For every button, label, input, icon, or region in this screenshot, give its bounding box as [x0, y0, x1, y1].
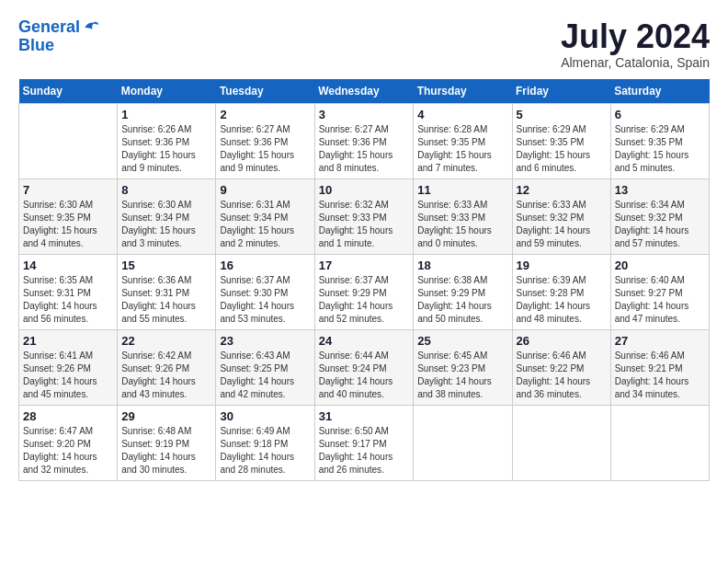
- calendar-day-cell: 12Sunrise: 6:33 AM Sunset: 9:32 PM Dayli…: [512, 178, 610, 254]
- calendar-day-cell: 13Sunrise: 6:34 AM Sunset: 9:32 PM Dayli…: [610, 178, 709, 254]
- day-number: 21: [23, 334, 113, 348]
- day-number: 19: [517, 259, 607, 272]
- logo: General Blue: [18, 18, 100, 55]
- day-info: Sunrise: 6:33 AM Sunset: 9:33 PM Dayligh…: [417, 199, 507, 250]
- day-of-week-header: Saturday: [610, 79, 709, 104]
- day-info: Sunrise: 6:45 AM Sunset: 9:23 PM Dayligh…: [417, 350, 507, 401]
- month-year-title: July 2024: [561, 18, 710, 55]
- calendar-day-cell: 7Sunrise: 6:30 AM Sunset: 9:35 PM Daylig…: [19, 178, 118, 254]
- day-info: Sunrise: 6:40 AM Sunset: 9:27 PM Dayligh…: [615, 274, 705, 326]
- day-info: Sunrise: 6:39 AM Sunset: 9:28 PM Dayligh…: [517, 274, 607, 326]
- day-info: Sunrise: 6:43 AM Sunset: 9:25 PM Dayligh…: [220, 350, 310, 401]
- calendar-day-cell: 22Sunrise: 6:42 AM Sunset: 9:26 PM Dayli…: [118, 329, 216, 405]
- day-info: Sunrise: 6:38 AM Sunset: 9:29 PM Dayligh…: [417, 274, 507, 326]
- day-number: 31: [319, 409, 410, 423]
- day-info: Sunrise: 6:37 AM Sunset: 9:29 PM Dayligh…: [319, 274, 410, 326]
- location-subtitle: Almenar, Catalonia, Spain: [561, 55, 710, 70]
- day-number: 28: [23, 409, 113, 423]
- day-of-week-header: Sunday: [19, 79, 118, 104]
- page-header: General Blue July 2024 Almenar, Cataloni…: [18, 18, 710, 70]
- day-number: 29: [121, 409, 211, 423]
- day-info: Sunrise: 6:44 AM Sunset: 9:24 PM Dayligh…: [319, 350, 410, 401]
- day-number: 24: [319, 334, 410, 348]
- logo-bird-icon: [82, 18, 100, 37]
- day-info: Sunrise: 6:41 AM Sunset: 9:26 PM Dayligh…: [23, 350, 113, 401]
- day-info: Sunrise: 6:50 AM Sunset: 9:17 PM Dayligh…: [319, 425, 410, 477]
- day-number: 13: [615, 183, 705, 197]
- day-number: 17: [319, 259, 410, 272]
- day-info: Sunrise: 6:30 AM Sunset: 9:35 PM Dayligh…: [23, 199, 113, 250]
- day-info: Sunrise: 6:48 AM Sunset: 9:19 PM Dayligh…: [121, 425, 211, 477]
- day-number: 14: [23, 259, 113, 272]
- day-of-week-header: Friday: [512, 79, 610, 104]
- day-info: Sunrise: 6:34 AM Sunset: 9:32 PM Dayligh…: [615, 199, 705, 250]
- calendar-week-row: 28Sunrise: 6:47 AM Sunset: 9:20 PM Dayli…: [19, 405, 710, 480]
- day-of-week-header: Tuesday: [216, 79, 314, 104]
- day-number: 7: [23, 183, 113, 197]
- calendar-day-cell: 2Sunrise: 6:27 AM Sunset: 9:36 PM Daylig…: [216, 103, 314, 178]
- calendar-day-cell: 26Sunrise: 6:46 AM Sunset: 9:22 PM Dayli…: [512, 329, 610, 405]
- day-info: Sunrise: 6:27 AM Sunset: 9:36 PM Dayligh…: [319, 123, 410, 175]
- calendar-day-cell: [414, 405, 512, 480]
- calendar-day-cell: 1Sunrise: 6:26 AM Sunset: 9:36 PM Daylig…: [118, 103, 216, 178]
- day-number: 10: [319, 183, 410, 197]
- day-number: 2: [220, 108, 310, 121]
- day-number: 8: [121, 183, 211, 197]
- calendar-week-row: 1Sunrise: 6:26 AM Sunset: 9:36 PM Daylig…: [19, 103, 710, 178]
- calendar-day-cell: 20Sunrise: 6:40 AM Sunset: 9:27 PM Dayli…: [610, 254, 709, 329]
- day-info: Sunrise: 6:49 AM Sunset: 9:18 PM Dayligh…: [220, 425, 310, 477]
- calendar-day-cell: 25Sunrise: 6:45 AM Sunset: 9:23 PM Dayli…: [414, 329, 512, 405]
- calendar-day-cell: 16Sunrise: 6:37 AM Sunset: 9:30 PM Dayli…: [216, 254, 314, 329]
- calendar-week-row: 21Sunrise: 6:41 AM Sunset: 9:26 PM Dayli…: [19, 329, 710, 405]
- day-number: 15: [121, 259, 211, 272]
- calendar-day-cell: 5Sunrise: 6:29 AM Sunset: 9:35 PM Daylig…: [512, 103, 610, 178]
- calendar-day-cell: 19Sunrise: 6:39 AM Sunset: 9:28 PM Dayli…: [512, 254, 610, 329]
- day-info: Sunrise: 6:26 AM Sunset: 9:36 PM Dayligh…: [121, 123, 211, 175]
- calendar-week-row: 7Sunrise: 6:30 AM Sunset: 9:35 PM Daylig…: [19, 178, 710, 254]
- calendar-day-cell: 6Sunrise: 6:29 AM Sunset: 9:35 PM Daylig…: [610, 103, 709, 178]
- logo-text: General: [18, 18, 100, 37]
- day-number: 30: [220, 409, 310, 423]
- day-number: 18: [417, 259, 507, 272]
- day-info: Sunrise: 6:31 AM Sunset: 9:34 PM Dayligh…: [220, 199, 310, 250]
- calendar-day-cell: 17Sunrise: 6:37 AM Sunset: 9:29 PM Dayli…: [314, 254, 414, 329]
- calendar-day-cell: [19, 103, 118, 178]
- calendar-day-cell: 31Sunrise: 6:50 AM Sunset: 9:17 PM Dayli…: [314, 405, 414, 480]
- day-number: 26: [517, 334, 607, 348]
- day-info: Sunrise: 6:46 AM Sunset: 9:21 PM Dayligh…: [615, 350, 705, 401]
- day-number: 16: [220, 259, 310, 272]
- day-number: 9: [220, 183, 310, 197]
- calendar-day-cell: 27Sunrise: 6:46 AM Sunset: 9:21 PM Dayli…: [610, 329, 709, 405]
- day-info: Sunrise: 6:32 AM Sunset: 9:33 PM Dayligh…: [319, 199, 410, 250]
- calendar-day-cell: 30Sunrise: 6:49 AM Sunset: 9:18 PM Dayli…: [216, 405, 314, 480]
- day-of-week-header: Wednesday: [314, 79, 414, 104]
- day-number: 6: [615, 108, 705, 121]
- calendar-day-cell: 8Sunrise: 6:30 AM Sunset: 9:34 PM Daylig…: [118, 178, 216, 254]
- day-number: 22: [121, 334, 211, 348]
- day-number: 20: [615, 259, 705, 272]
- day-number: 3: [319, 108, 410, 121]
- day-info: Sunrise: 6:46 AM Sunset: 9:22 PM Dayligh…: [517, 350, 607, 401]
- day-info: Sunrise: 6:29 AM Sunset: 9:35 PM Dayligh…: [517, 123, 607, 175]
- day-number: 27: [615, 334, 705, 348]
- day-number: 23: [220, 334, 310, 348]
- day-number: 12: [517, 183, 607, 197]
- calendar-day-cell: [610, 405, 709, 480]
- calendar-week-row: 14Sunrise: 6:35 AM Sunset: 9:31 PM Dayli…: [19, 254, 710, 329]
- calendar-day-cell: 24Sunrise: 6:44 AM Sunset: 9:24 PM Dayli…: [314, 329, 414, 405]
- day-info: Sunrise: 6:27 AM Sunset: 9:36 PM Dayligh…: [220, 123, 310, 175]
- day-info: Sunrise: 6:33 AM Sunset: 9:32 PM Dayligh…: [517, 199, 607, 250]
- day-of-week-header: Thursday: [414, 79, 512, 104]
- day-info: Sunrise: 6:28 AM Sunset: 9:35 PM Dayligh…: [417, 123, 507, 175]
- calendar-day-cell: 28Sunrise: 6:47 AM Sunset: 9:20 PM Dayli…: [19, 405, 118, 480]
- calendar-day-cell: 4Sunrise: 6:28 AM Sunset: 9:35 PM Daylig…: [414, 103, 512, 178]
- day-number: 5: [517, 108, 607, 121]
- calendar-day-cell: 15Sunrise: 6:36 AM Sunset: 9:31 PM Dayli…: [118, 254, 216, 329]
- day-of-week-header: Monday: [118, 79, 216, 104]
- calendar-day-cell: [512, 405, 610, 480]
- calendar-table: SundayMondayTuesdayWednesdayThursdayFrid…: [18, 79, 710, 481]
- day-number: 11: [417, 183, 507, 197]
- day-info: Sunrise: 6:42 AM Sunset: 9:26 PM Dayligh…: [121, 350, 211, 401]
- day-info: Sunrise: 6:36 AM Sunset: 9:31 PM Dayligh…: [121, 274, 211, 326]
- calendar-day-cell: 18Sunrise: 6:38 AM Sunset: 9:29 PM Dayli…: [414, 254, 512, 329]
